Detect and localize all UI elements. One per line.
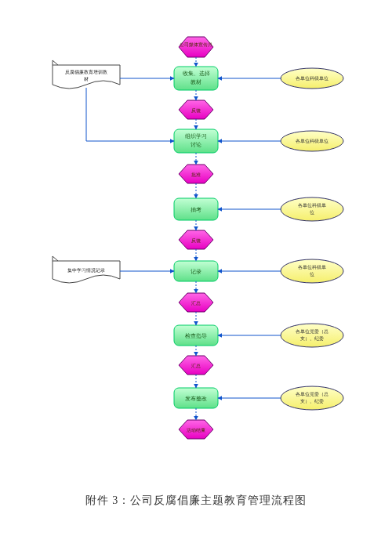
box-collect: 收集、选择 教材 — [174, 67, 218, 90]
box-exam-label: 抽考 — [191, 207, 201, 212]
svg-point-30 — [281, 386, 343, 410]
hex-start: 公司媒体宣传月 — [179, 37, 213, 57]
doc-material: 反腐倡廉教育培训教 材 — [53, 60, 120, 89]
box-study-label-1: 组织学习 — [185, 133, 207, 139]
oval-5-label-2: 支）、纪委 — [300, 335, 324, 342]
oval-3: 各单位科级单 位 — [281, 197, 343, 221]
oval-6-label-2: 支）、纪委 — [300, 398, 324, 404]
oval-1: 各单位科级单位 — [281, 68, 343, 89]
oval-3-label-1: 各单位科级单 — [298, 203, 326, 208]
hex-summary-2: 汇总 — [179, 356, 213, 375]
hex-approve: 批准 — [179, 165, 213, 183]
right-connectors — [218, 78, 281, 398]
left-connectors — [86, 78, 174, 271]
hex-feedback-2-label: 反馈 — [191, 238, 201, 243]
oval-3-label-2: 位 — [310, 210, 314, 215]
box-study: 组织学习 讨论 — [174, 129, 218, 153]
box-record-label: 记录 — [191, 269, 201, 274]
doc-record: 集中学习情况记录 — [53, 256, 120, 283]
doc-material-label-1: 反腐倡廉教育培训教 — [65, 69, 107, 74]
oval-2-label: 各单位科级单位 — [296, 139, 328, 143]
oval-1-label: 各单位科级单位 — [296, 76, 328, 81]
box-record: 记录 — [174, 261, 218, 281]
hex-summary-1: 汇总 — [179, 293, 213, 312]
oval-4-label-1: 各单位科级单 — [298, 265, 326, 270]
box-inspect: 检查指导 — [174, 325, 218, 346]
oval-6: 各单位党委（总 支）、纪委 — [281, 386, 343, 410]
oval-4-label-2: 位 — [310, 272, 314, 277]
svg-point-28 — [281, 259, 343, 283]
box-inspect-label: 检查指导 — [185, 333, 207, 339]
hex-approve-label: 批准 — [191, 172, 201, 177]
oval-6-label-1: 各单位党委（总 — [296, 391, 328, 397]
oval-5-label-1: 各单位党委（总 — [296, 328, 328, 335]
doc-record-label: 集中学习情况记录 — [67, 268, 105, 273]
hex-feedback-1: 反馈 — [179, 100, 213, 119]
hex-end: 活动结束 — [179, 420, 213, 439]
box-rectify: 发布整改 — [174, 388, 218, 408]
figure-caption: 附件 3：公司反腐倡廉主题教育管理流程图 — [0, 494, 392, 508]
svg-point-29 — [281, 324, 343, 347]
hex-summary-1-label: 汇总 — [191, 301, 201, 306]
oval-2: 各单位科级单位 — [281, 131, 343, 151]
box-study-label-2: 讨论 — [191, 142, 201, 147]
flowchart: 公司媒体宣传月 收集、选择 教材 反馈 组织学习 讨论 批准 抽考 反馈 记录 — [0, 0, 392, 470]
hex-start-label: 公司媒体宣传月 — [180, 42, 212, 47]
box-collect-label-2: 教材 — [191, 79, 201, 85]
hex-feedback-1-label: 反馈 — [191, 108, 201, 113]
doc-material-label-2: 材 — [83, 77, 89, 81]
hex-end-label: 活动结束 — [187, 428, 205, 433]
hex-feedback-2: 反馈 — [179, 230, 213, 249]
svg-point-27 — [281, 197, 343, 221]
oval-4: 各单位科级单 位 — [281, 259, 343, 283]
box-collect-label-1: 收集、选择 — [183, 71, 210, 76]
box-exam: 抽考 — [174, 198, 218, 220]
hex-summary-2-label: 汇总 — [191, 364, 201, 368]
svg-marker-0 — [179, 37, 213, 57]
oval-5: 各单位党委（总 支）、纪委 — [281, 324, 343, 347]
box-rectify-label: 发布整改 — [185, 396, 207, 402]
